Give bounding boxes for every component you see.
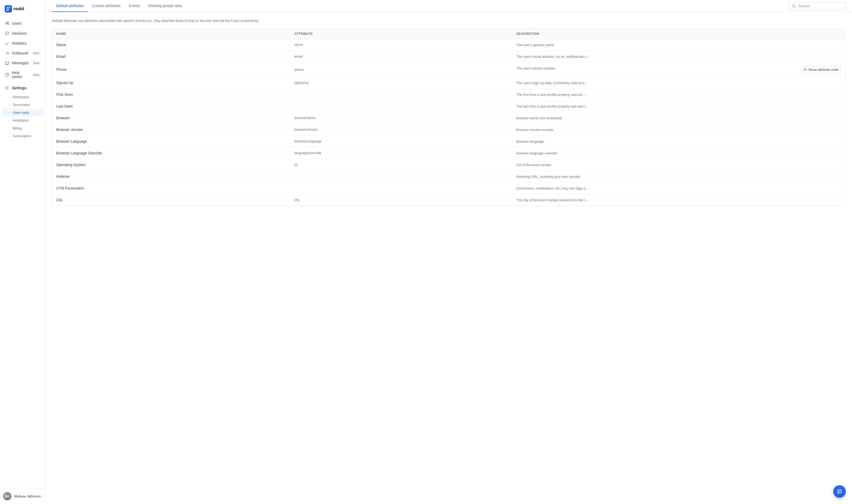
user-profile[interactable]: MJ Mathew Jefferson [0, 488, 45, 504]
outbound-icon [5, 51, 10, 55]
cell-attribute: name [290, 39, 512, 51]
table-row: Signed UpsignedUpThe user's sign up date… [52, 77, 846, 89]
workspace-arrow: → [8, 95, 11, 98]
cell-attribute: browserLanguage [290, 136, 512, 147]
avatar: MJ [3, 492, 12, 500]
cell-attribute [290, 182, 512, 194]
messages-badge: Soon [32, 61, 41, 65]
cell-name: Operating System [52, 159, 290, 170]
tab-events[interactable]: Events [125, 0, 144, 12]
table-row: ReferrerReferring URL, including your ow… [52, 170, 846, 182]
svg-point-1 [6, 22, 7, 23]
tab-deleting-people-data[interactable]: Deleting people data [144, 0, 186, 12]
sidebar-item-workspace[interactable]: → Workspace [2, 93, 43, 101]
sidebar-item-outbound[interactable]: Outbound Soon [2, 49, 43, 58]
table-row: Browser LanguagebrowserLanguageBrowser l… [52, 136, 846, 147]
cell-name: Browser [52, 112, 290, 124]
outbound-badge: Soon [32, 52, 41, 55]
sidebar-item-teammates[interactable]: → Teammates [2, 101, 43, 109]
tab-default-attributes[interactable]: Default attributes [52, 0, 88, 12]
cell-attribute [290, 100, 512, 112]
table-row: Operating SystemosOS of the event sender… [52, 159, 846, 170]
sidebar-item-users-data[interactable]: → Users data [2, 109, 43, 116]
cell-attribute [290, 89, 512, 100]
settings-icon [5, 86, 10, 90]
page-description: Default attributes are attributes associ… [52, 18, 846, 23]
sidebar-item-outbound-label: Outbound [12, 51, 28, 55]
table-row: Browser VersionbrowserVersionBrowser ver… [52, 124, 846, 136]
sidebar-item-workspace-label: Workspace [13, 95, 30, 99]
cell-description: The first time a user profile property w… [512, 89, 846, 100]
sidebar-item-sessions[interactable]: Sessions [2, 29, 43, 38]
cell-name: City [52, 194, 290, 206]
cell-name: Browser Language [52, 136, 290, 147]
cell-description: Browser language. [512, 136, 846, 147]
svg-point-4 [5, 73, 9, 76]
sidebar-item-analytics-label: Analytics [12, 41, 27, 45]
cell-attribute: city [290, 194, 512, 206]
svg-point-2 [7, 22, 9, 23]
billing-arrow: → [8, 127, 11, 130]
subscription-arrow: → [8, 134, 11, 138]
tab-custom-attributes[interactable]: Custom attributes [88, 0, 125, 12]
sidebar-nav: Users Sessions Analytics Outbound Soon [0, 19, 45, 488]
col-header-attribute: Attribute [290, 29, 512, 39]
cell-description: The user's general name. [512, 39, 846, 51]
cell-description: OS of the event sender. [512, 159, 846, 170]
show-attribute-code-button[interactable]: Show attribute code [800, 66, 841, 73]
table-row: BrowserbrowserNameBrowser name (not vers… [52, 112, 846, 124]
sidebar-item-subscription[interactable]: → Subscription [2, 132, 43, 140]
sidebar: reabl Users Sessions Analytics [0, 0, 46, 504]
col-header-name: Name [52, 29, 290, 39]
table-row: UTM Parameters(utmSource, utmMedium, etc… [52, 182, 846, 194]
analytics-icon [5, 41, 10, 46]
sidebar-item-sessions-label: Sessions [12, 31, 27, 35]
cell-name: UTM Parameters [52, 182, 290, 194]
table-row: EmailemailThe user's email address, for … [52, 51, 846, 62]
sessions-icon [5, 31, 10, 36]
logo[interactable]: reabl [0, 0, 45, 19]
sidebar-item-messages[interactable]: Messages Soon [2, 58, 43, 68]
main-content: Default attributes Custom attributes Eve… [46, 0, 852, 504]
teammates-arrow: → [8, 103, 11, 106]
cell-description: The user's email address, for ex. test@e… [512, 51, 846, 62]
sidebar-item-analytics[interactable]: Analytics [2, 38, 43, 48]
sidebar-item-users-data-label: Users data [13, 111, 29, 114]
cell-description: The city of the event sender parsed from… [512, 194, 846, 206]
chat-fab-button[interactable] [833, 485, 846, 498]
cell-description: Browser version number. [512, 124, 846, 136]
sidebar-item-installation-label: Installation [13, 119, 29, 122]
sidebar-item-installation[interactable]: → Installation [2, 116, 43, 124]
search-box[interactable]: Search [788, 2, 846, 10]
search-icon [792, 4, 796, 8]
cell-attribute: email [290, 51, 512, 62]
cell-description: Browser name (not versioned). [512, 112, 846, 124]
sidebar-item-help-center[interactable]: Help center Soon [2, 68, 43, 81]
settings-label: Settings [12, 86, 26, 90]
users-icon [5, 21, 10, 26]
cell-attribute: phone [290, 62, 512, 77]
cell-attribute: os [290, 159, 512, 170]
cell-name: Browser Language Override [52, 147, 290, 159]
logo-text: reabl [14, 6, 24, 12]
table-row: NamenameThe user's general name. [52, 39, 846, 51]
table-row: CitycityThe city of the event sender par… [52, 194, 846, 206]
eye-icon [803, 68, 807, 71]
cell-attribute: signedUp [290, 77, 512, 89]
svg-point-5 [6, 88, 8, 89]
cell-name: Referrer [52, 170, 290, 182]
cell-description: The user's phone number.Show attribute c… [512, 62, 846, 77]
sidebar-item-users[interactable]: Users [2, 19, 43, 28]
cell-attribute: languageOverride [290, 147, 512, 159]
table-row: Last SeenThe last time a user profile pr… [52, 100, 846, 112]
avatar-initials: MJ [3, 492, 12, 500]
attributes-table-container: Name Attribute Description NamenameThe u… [52, 29, 846, 206]
cell-attribute: browserName [290, 112, 512, 124]
table-header: Name Attribute Description [52, 29, 846, 39]
chat-fab-icon [837, 489, 842, 494]
sidebar-item-billing[interactable]: → Billing [2, 124, 43, 132]
sidebar-item-billing-label: Billing [13, 126, 22, 130]
settings-heading: Settings [2, 83, 43, 93]
cell-description: The user's sign up date. Commonly used t… [512, 77, 846, 89]
attributes-table: Name Attribute Description NamenameThe u… [52, 29, 846, 206]
